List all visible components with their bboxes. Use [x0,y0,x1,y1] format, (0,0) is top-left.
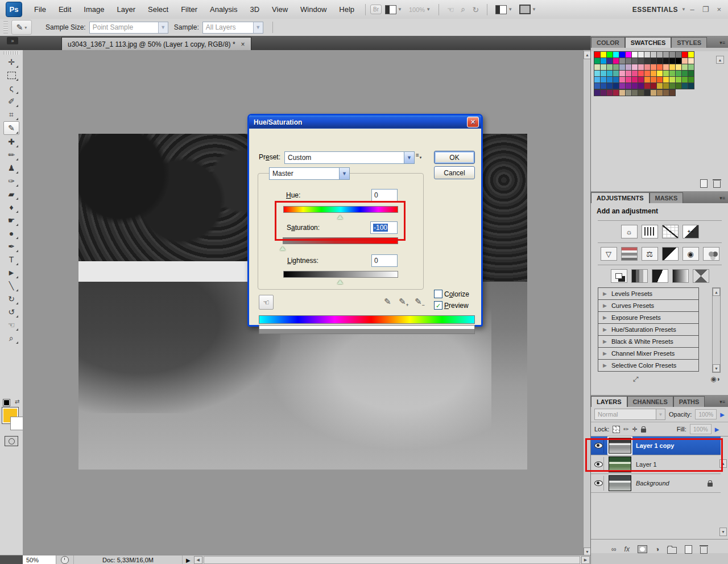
panel-menu-icon[interactable]: ▾≡ [719,40,728,48]
add-layer-mask-icon[interactable] [638,545,647,553]
colorize-checkbox[interactable] [434,290,442,298]
presets-scrollbar[interactable]: ▲ ▼ [712,287,721,373]
tab-adj-adjustments[interactable]: ADJUSTMENTS [591,192,650,203]
color-swatch[interactable] [663,83,669,89]
color-swatch[interactable] [644,64,650,70]
layer-row-layer-1-copy[interactable]: Layer 1 copy [591,437,721,455]
adj-photo-filter-icon[interactable]: ◉ [682,247,699,261]
color-swatch[interactable] [632,71,638,76]
color-swatch[interactable] [619,83,625,89]
menu-image[interactable]: Image [77,5,110,14]
saturation-slider-marker[interactable] [280,244,286,250]
color-swatch[interactable] [669,64,675,70]
color-swatch[interactable] [607,83,613,89]
eyedropper-tool[interactable]: ✎ [3,121,19,135]
eyedropper-sample-icon[interactable]: ✎ [384,297,391,307]
color-swatch[interactable] [607,52,613,57]
color-swatch[interactable] [682,83,688,89]
color-swatch[interactable] [651,52,656,57]
preset-row-curves-presets[interactable]: ▶Curves Presets [598,300,698,312]
color-swatch[interactable] [626,90,631,96]
new-layer-icon[interactable] [685,545,692,554]
adj-posterize-icon[interactable] [631,269,648,283]
paint-bucket-tool[interactable]: ♦ [4,201,19,213]
3d-rotate-tool[interactable]: ↻ [4,293,19,305]
preset-row-channel-mixer-presets[interactable]: ▶Channel Mixer Presets [598,348,698,360]
lock-position-icon[interactable]: ✛ [632,426,638,433]
lock-pixels-icon[interactable]: ✏ [623,426,628,433]
tab-layers-channels[interactable]: CHANNELS [627,396,673,407]
preset-row-levels-presets[interactable]: ▶Levels Presets [598,288,698,300]
move-tool[interactable]: ✛ [4,56,19,68]
color-swatch[interactable] [607,90,613,96]
menu-analysis[interactable]: Analysis [204,5,243,14]
color-swatch[interactable] [688,71,694,76]
color-swatch[interactable] [669,90,675,96]
burn-tool[interactable]: ● [4,227,19,240]
color-swatch[interactable] [657,83,663,89]
saturation-input[interactable]: -100 [370,221,398,234]
horizontal-scrollbar[interactable] [204,556,580,564]
adj-gradient-map-icon[interactable] [672,269,689,283]
quick-selection-tool[interactable]: ✐ [4,95,19,108]
color-swatch[interactable] [651,90,656,96]
saturation-slider[interactable] [283,237,398,244]
color-swatch[interactable] [688,52,694,57]
color-swatch[interactable] [632,58,638,64]
color-swatch[interactable] [663,58,669,64]
close-button[interactable]: × [717,5,721,14]
link-layers-icon[interactable]: ∞ [611,545,617,553]
adj-curves-icon[interactable] [662,225,679,238]
layer-visibility-toggle[interactable] [593,438,604,453]
color-swatch[interactable] [638,58,644,64]
layers-scroll-up-icon[interactable]: ▲ [719,459,727,468]
color-swatch[interactable] [657,58,663,64]
vertical-scrollbar[interactable]: ▲ ▼ [583,50,591,555]
color-swatch[interactable] [619,64,625,70]
default-colors-icon[interactable] [3,400,10,406]
layer-style-icon[interactable]: fx [624,545,630,553]
color-swatch[interactable] [638,52,644,57]
color-swatch[interactable] [607,64,613,70]
layer-thumbnail[interactable] [609,456,631,472]
minimize-button[interactable]: – [690,5,694,14]
layer-visibility-toggle[interactable] [593,476,604,491]
clone-stamp-tool[interactable]: ♟ [4,162,19,174]
color-swatch[interactable] [676,77,681,83]
delete-layer-icon[interactable] [700,545,708,554]
tab-layers-paths[interactable]: PATHS [673,396,705,407]
fill-arrow-icon[interactable]: ▶ [715,426,719,433]
color-swatch[interactable] [676,58,681,64]
adj-color-balance-icon[interactable]: ⚖ [642,247,658,261]
color-swatch[interactable] [663,90,669,96]
color-swatch[interactable] [688,77,694,83]
layer-thumbnail[interactable] [609,438,631,454]
color-swatch[interactable] [682,77,688,83]
color-swatch[interactable] [613,52,619,57]
lasso-tool[interactable]: ς [4,82,19,94]
cancel-button[interactable]: Cancel [434,166,475,179]
color-swatch[interactable] [626,52,631,57]
color-swatch[interactable] [613,90,619,96]
tools-panel-grip[interactable] [3,51,19,55]
line-tool[interactable]: ╲ [4,279,19,292]
menu-layer[interactable]: Layer [111,5,142,14]
zoom-level-control[interactable]: 100%▼ [409,6,431,13]
color-swatch[interactable] [607,77,613,83]
tab-color-color[interactable]: COLOR [591,37,625,48]
menu-edit[interactable]: Edit [52,5,77,14]
color-swatch[interactable] [663,52,669,57]
on-image-adjustment-icon[interactable]: ☜ [259,295,274,310]
opacity-arrow-icon[interactable]: ▶ [720,411,725,418]
preset-row-hue-saturation-presets[interactable]: ▶Hue/Saturation Presets [598,324,698,336]
preset-select[interactable]: Custom▼ [284,151,415,164]
color-swatch[interactable] [657,52,663,57]
color-swatch[interactable] [651,83,656,89]
color-swatch[interactable] [607,71,613,76]
spot-healing-brush-tool[interactable]: ✚ [4,135,19,148]
layer-thumbnail[interactable] [609,475,631,491]
options-bar-grip[interactable] [3,21,8,34]
sample-select[interactable]: All Layers▼ [202,22,263,34]
dialog-title-bar[interactable]: Hue/Saturation ✕ [249,116,481,129]
adj-exposure-icon[interactable]: +− [682,225,699,238]
